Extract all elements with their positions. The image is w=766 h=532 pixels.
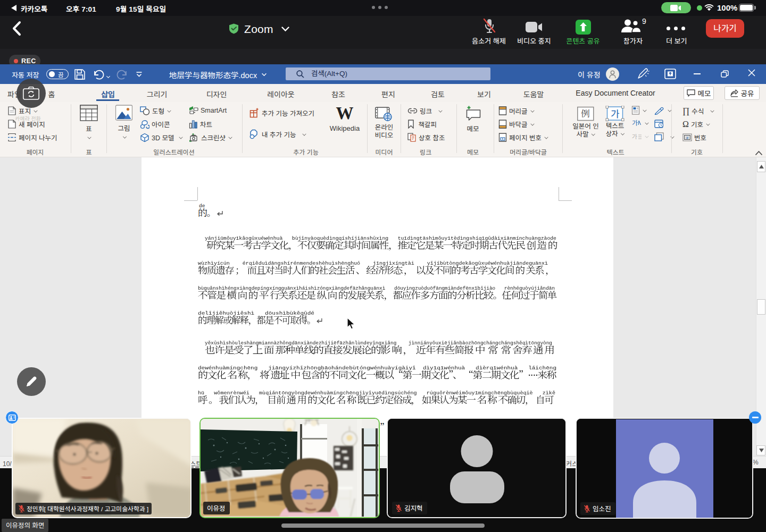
svg-text:가: 가 <box>611 106 620 120</box>
svg-text:#: # <box>686 136 688 140</box>
svg-text:가: 가 <box>632 119 638 127</box>
svg-text:가: 가 <box>632 132 637 140</box>
svg-text:例: 例 <box>581 106 590 120</box>
